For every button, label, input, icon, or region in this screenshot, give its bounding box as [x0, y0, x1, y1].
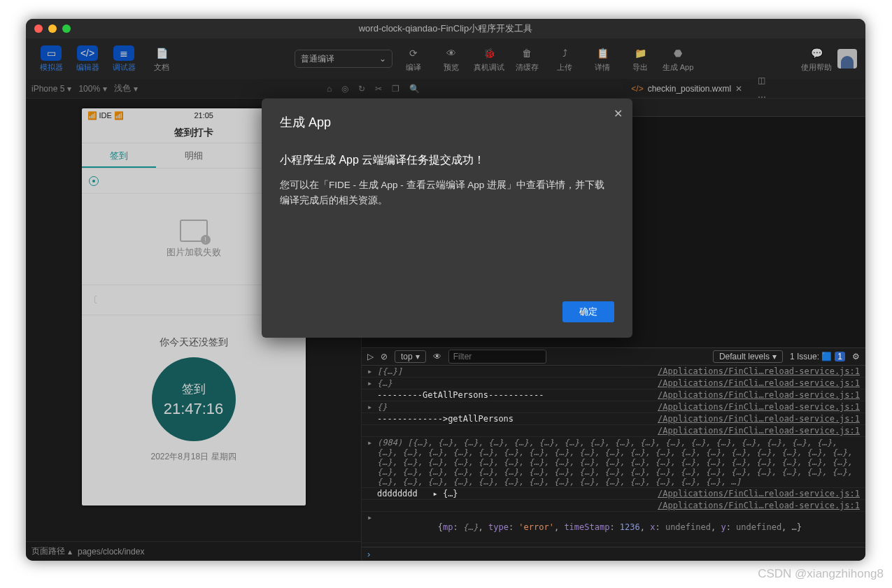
chevron-down-icon: ▾: [772, 352, 777, 361]
upload-button[interactable]: ⤴上传: [548, 45, 581, 73]
image-fail-label: 图片加载失败: [167, 246, 221, 259]
remote-label: 真机调试: [474, 62, 504, 73]
chevron-down-icon: ▾: [103, 84, 107, 94]
toolbar: ▭模拟器 </>编辑器 ≣调试器 📄文档 普通编译⌄ ⟳编译 👁预览 🐞真机调试…: [26, 38, 865, 79]
levels-dropdown[interactable]: Default levels ▾: [713, 350, 783, 363]
issues-badge[interactable]: 1 Issue: 🟦1: [790, 352, 845, 361]
tab-checkin[interactable]: 签到: [82, 143, 157, 168]
gear-icon[interactable]: ⚙: [852, 352, 860, 361]
modal-body: 您可以在「FIDE - 生成 App - 查看云端编译 App 进展」中查看详情…: [280, 178, 614, 208]
zoom-dropdown[interactable]: 100%▾: [78, 84, 107, 94]
status-left: 📶 IDE 📶: [87, 111, 124, 120]
docs-button[interactable]: 📄文档: [145, 45, 178, 73]
upload-label: 上传: [557, 62, 572, 73]
generate-app-button[interactable]: ⬣生成 App: [661, 45, 695, 73]
log-source[interactable]: /Applications/FinCli…reload-service.js:1: [658, 402, 860, 412]
avatar[interactable]: [837, 49, 857, 69]
theme-dropdown[interactable]: 浅色▾: [114, 83, 138, 94]
split-icon[interactable]: ◫: [758, 76, 860, 85]
close-icon[interactable]: ✕: [614, 107, 623, 120]
eye-icon[interactable]: 👁: [433, 352, 441, 361]
docs-label: 文档: [154, 62, 169, 73]
more-icon[interactable]: ⋯: [758, 92, 860, 102]
clear-label: 清缓存: [516, 62, 539, 73]
log-source[interactable]: /Applications/FinCli…reload-service.js:1: [658, 378, 860, 388]
checkin-button-time: 21:47:16: [164, 400, 224, 418]
app-window: word-clock-qiandao-FinClip小程序开发工具 ▭模拟器 <…: [26, 19, 865, 561]
checkin-date: 2022年8月18日 星期四: [82, 451, 306, 463]
ok-button[interactable]: 确定: [562, 301, 614, 322]
editor-label: 编辑器: [76, 62, 99, 73]
editor-button[interactable]: </>编辑器: [71, 45, 104, 73]
log-source[interactable]: /Applications/FinCli…reload-service.js:1: [658, 390, 860, 400]
clear-cache-button[interactable]: 🗑清缓存: [510, 45, 544, 73]
location-pin-icon: [89, 176, 99, 186]
device-dropdown[interactable]: iPhone 5▾: [31, 84, 71, 94]
subbar-icons: ⌂ ◎ ↻ ✂ ❐ 🔍: [327, 84, 420, 94]
detail-button[interactable]: 📋详情: [586, 45, 619, 73]
chevron-up-icon: ▴: [68, 547, 72, 557]
chevron-down-icon: ▾: [134, 84, 138, 94]
export-button[interactable]: 📁导出: [623, 45, 657, 73]
play-icon[interactable]: ▷: [367, 352, 374, 361]
help-label: 使用帮助: [801, 62, 832, 73]
log-source[interactable]: /Applications/FinCli…reload-service.js:1: [658, 489, 860, 499]
detail-label: 详情: [595, 62, 610, 73]
clear-console-icon[interactable]: ⊘: [381, 352, 388, 361]
code-file-icon: </>: [631, 84, 643, 94]
chevron-down-icon: ▾: [67, 84, 71, 94]
modal-headline: 小程序生成 App 云端编译任务提交成功！: [280, 153, 614, 168]
help-button[interactable]: 💬使用帮助: [800, 45, 833, 73]
log-source[interactable]: /Applications/FinCli…reload-service.js:1: [658, 366, 860, 376]
refresh-icon[interactable]: ↻: [358, 84, 365, 94]
export-label: 导出: [632, 62, 648, 73]
minimize-window-icon[interactable]: [48, 24, 57, 33]
preview-label: 预览: [444, 62, 459, 73]
log-source[interactable]: /Applications/FinCli…reload-service.js:1: [658, 426, 860, 436]
console-prompt[interactable]: ›: [362, 547, 865, 561]
console-toolbar: ▷ ⊘ top ▾ 👁 Default levels ▾ 1 Issue: 🟦1…: [362, 347, 865, 366]
context-dropdown[interactable]: top ▾: [395, 350, 426, 363]
traffic-lights: [34, 24, 71, 33]
remote-debug-button[interactable]: 🐞真机调试: [472, 45, 506, 73]
page-path-label[interactable]: 页面路径 ▴: [31, 545, 72, 557]
location-icon[interactable]: ◎: [341, 84, 348, 94]
compile-label: 编译: [406, 62, 421, 73]
zoom-window-icon[interactable]: [62, 24, 71, 33]
checkin-button-label: 签到: [182, 381, 206, 397]
log-source[interactable]: /Applications/FinCli…reload-service.js:1: [658, 414, 860, 424]
generate-app-modal: 生成 App ✕ 小程序生成 App 云端编译任务提交成功！ 您可以在「FIDE…: [262, 99, 632, 338]
subbar: iPhone 5▾ 100%▾ 浅色▾ ⌂ ◎ ↻ ✂ ❐ 🔍 </> chec…: [26, 79, 865, 99]
copy-icon[interactable]: ❐: [392, 84, 399, 94]
modal-title: 生成 App: [280, 114, 614, 131]
page-path-value: pages/clock/index: [78, 547, 144, 557]
chevron-down-icon: ⌄: [379, 54, 386, 64]
editor-tab[interactable]: </> checkin_position.wxml ✕: [623, 82, 751, 96]
search-icon[interactable]: 🔍: [409, 84, 420, 94]
genapp-label: 生成 App: [663, 62, 694, 73]
window-title: word-clock-qiandao-FinClip小程序开发工具: [26, 22, 865, 35]
compile-mode-label: 普通编译: [301, 53, 334, 65]
cut-icon[interactable]: ✂: [375, 84, 382, 94]
console-panel: ▷ ⊘ top ▾ 👁 Default levels ▾ 1 Issue: 🟦1…: [362, 347, 865, 561]
close-tab-icon[interactable]: ✕: [735, 84, 742, 94]
debugger-button[interactable]: ≣调试器: [107, 45, 141, 73]
compile-button[interactable]: ⟳编译: [397, 45, 430, 73]
status-time: 21:05: [124, 111, 283, 120]
editor-tab-label: checkin_position.wxml: [648, 84, 731, 94]
tab-detail[interactable]: 明细: [156, 143, 231, 168]
compile-mode-dropdown[interactable]: 普通编译⌄: [295, 50, 392, 68]
checkin-button[interactable]: 签到 21:47:16: [152, 357, 236, 441]
close-window-icon[interactable]: [34, 24, 43, 33]
preview-button[interactable]: 👁预览: [434, 45, 468, 73]
simulator-footer: 页面路径 ▴ pages/clock/index: [26, 541, 361, 561]
debugger-label: 调试器: [113, 62, 136, 73]
filter-input[interactable]: [448, 350, 546, 364]
chevron-down-icon: ▾: [416, 352, 420, 361]
watermark: CSDN @xiangzhihong8: [758, 567, 884, 581]
simulator-button[interactable]: ▭模拟器: [34, 45, 68, 73]
titlebar: word-clock-qiandao-FinClip小程序开发工具: [26, 19, 865, 38]
home-icon[interactable]: ⌂: [327, 84, 332, 94]
console-log[interactable]: ▸[{…}]/Applications/FinCli…reload-servic…: [362, 366, 865, 547]
log-source[interactable]: /Applications/FinCli…reload-service.js:1: [658, 501, 860, 510]
